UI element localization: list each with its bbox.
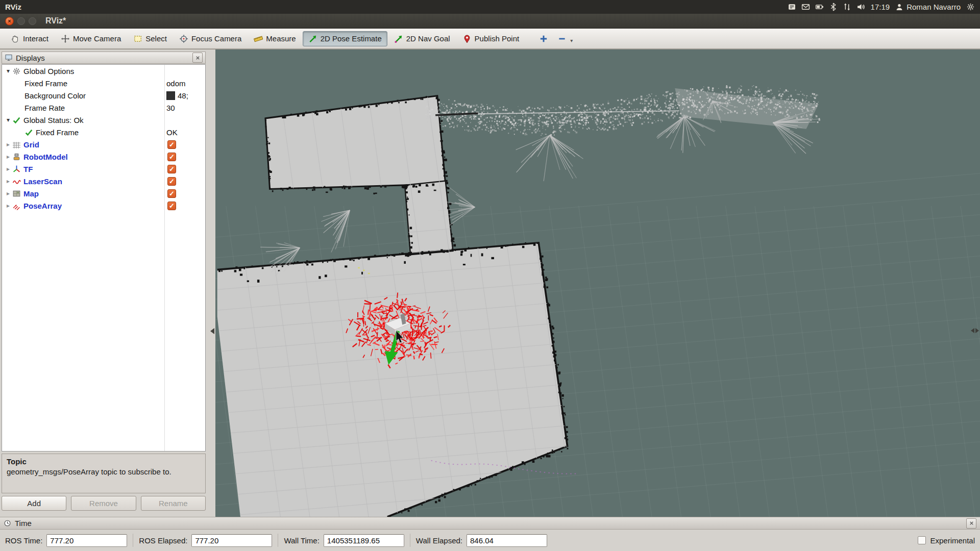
- display-row-map[interactable]: ▸Map✓: [2, 187, 205, 199]
- time-panel-header[interactable]: Time: [0, 517, 980, 530]
- add-tool-button[interactable]: [535, 31, 552, 46]
- tool-interact[interactable]: Interact: [5, 31, 54, 46]
- system-bar: RViz 17:19 Roman Navarro: [0, 0, 980, 14]
- volume-icon[interactable]: [856, 3, 865, 11]
- window-maximize-button[interactable]: [29, 17, 36, 25]
- display-value[interactable]: odom: [166, 77, 204, 89]
- system-clock[interactable]: 17:19: [871, 3, 890, 11]
- tool-label-measure: Measure: [266, 34, 296, 43]
- window-minimize-button[interactable]: [17, 17, 25, 25]
- display-row-posearray[interactable]: ▸PoseArray✓: [2, 199, 205, 212]
- tool-label-publish-point: Publish Point: [475, 34, 520, 43]
- enabled-checkbox[interactable]: ✓: [167, 140, 176, 149]
- display-row-robotmodel[interactable]: ▸RobotModel✓: [2, 151, 205, 163]
- time-field-ros-elapsed: ROS Elapsed:: [139, 534, 272, 547]
- displays-panel-close-button[interactable]: [192, 53, 203, 63]
- expander-icon[interactable]: ▾: [4, 67, 12, 74]
- tool-label-2d-pose-estimate: 2D Pose Estimate: [321, 34, 382, 43]
- ros-time-input[interactable]: [46, 534, 127, 547]
- display-value[interactable]: ✓: [166, 151, 204, 163]
- display-label: PoseArray: [23, 202, 62, 210]
- wall-time-input[interactable]: [324, 534, 404, 547]
- 3d-viewport[interactable]: [215, 49, 980, 517]
- enabled-checkbox[interactable]: ✓: [167, 189, 176, 198]
- dropdown-caret-icon[interactable]: ▾: [570, 38, 573, 43]
- select-icon: [133, 34, 142, 43]
- window-close-button[interactable]: ×: [5, 17, 14, 26]
- expander-icon[interactable]: ▸: [4, 202, 12, 209]
- display-value[interactable]: 48;: [166, 89, 204, 102]
- wall-elapsed-input[interactable]: [467, 534, 547, 547]
- tf-axes-icon: [12, 165, 21, 173]
- display-label: Grid: [23, 140, 39, 149]
- enabled-checkbox[interactable]: ✓: [167, 153, 176, 161]
- tool-label-move-camera: Move Camera: [73, 34, 121, 43]
- tool-2d-nav-goal[interactable]: 2D Nav Goal: [388, 31, 456, 46]
- panel-resize-handle[interactable]: [210, 328, 214, 334]
- display-value[interactable]: OK: [166, 126, 204, 138]
- window-titlebar: × RViz*: [0, 14, 980, 29]
- display-row-grid[interactable]: ▸Grid✓: [2, 138, 205, 151]
- expander-icon[interactable]: ▸: [4, 141, 12, 148]
- tool-focus-camera[interactable]: Focus Camera: [174, 31, 247, 46]
- display-row-fixed-frame[interactable]: Fixed FrameOK: [2, 126, 205, 138]
- field-divider: [133, 534, 133, 547]
- display-row-frame-rate[interactable]: Frame Rate30: [2, 102, 205, 114]
- ros-elapsed-label: ROS Elapsed:: [139, 536, 187, 545]
- bluetooth-icon[interactable]: [829, 3, 838, 11]
- tool-2d-pose-estimate[interactable]: 2D Pose Estimate: [303, 31, 387, 46]
- session-menu[interactable]: Roman Navarro: [895, 3, 961, 11]
- enabled-checkbox[interactable]: ✓: [167, 202, 176, 210]
- expander-icon[interactable]: ▾: [4, 116, 12, 123]
- experimental-checkbox[interactable]: [918, 536, 926, 544]
- expander-icon[interactable]: ▸: [4, 165, 12, 172]
- display-row-fixed-frame[interactable]: Fixed Frameodom: [2, 77, 205, 89]
- display-label: Global Status: Ok: [23, 116, 84, 124]
- property-description-title: Topic: [7, 457, 201, 467]
- network-icon[interactable]: [843, 3, 851, 11]
- tool-move-camera[interactable]: Move Camera: [55, 31, 127, 46]
- display-value[interactable]: ✓: [166, 175, 204, 187]
- displays-panel-header[interactable]: Displays: [2, 52, 206, 64]
- session-gear-icon[interactable]: [966, 3, 975, 11]
- viewport-resize-handle[interactable]: [971, 328, 979, 333]
- display-value[interactable]: ✓: [166, 187, 204, 199]
- display-row-global-options[interactable]: ▾Global Options: [2, 65, 205, 77]
- tool-select[interactable]: Select: [128, 31, 173, 46]
- display-label: TF: [23, 165, 33, 173]
- time-panel-close-button[interactable]: [966, 518, 976, 529]
- display-value[interactable]: ✓: [166, 199, 204, 212]
- battery-icon[interactable]: [815, 3, 824, 11]
- experimental-label: Experimental: [930, 536, 975, 545]
- expander-icon[interactable]: ▸: [4, 190, 12, 197]
- indicator-icon[interactable]: [788, 3, 796, 11]
- enabled-checkbox[interactable]: ✓: [167, 177, 176, 186]
- experimental-toggle[interactable]: Experimental: [918, 536, 975, 545]
- display-value[interactable]: ✓: [166, 163, 204, 175]
- time-panel-title: Time: [15, 519, 32, 528]
- display-row-global-status-ok[interactable]: ▾Global Status: Ok: [2, 114, 205, 126]
- close-icon: [969, 520, 974, 526]
- mail-icon[interactable]: [801, 3, 810, 11]
- remove-tool-button[interactable]: ▾: [553, 31, 577, 46]
- focus-camera-icon: [179, 34, 188, 43]
- time-field-ros-time: ROS Time:: [5, 534, 127, 547]
- system-tray: [788, 3, 865, 11]
- display-row-laserscan[interactable]: ▸LaserScan✓: [2, 175, 205, 187]
- monitor-icon: [5, 54, 13, 62]
- display-row-background-color[interactable]: Background Color48;: [2, 89, 205, 102]
- ros-elapsed-input[interactable]: [191, 534, 272, 547]
- pose-array-icon: [12, 202, 21, 210]
- enabled-checkbox[interactable]: ✓: [167, 165, 176, 173]
- display-value[interactable]: ✓: [166, 138, 204, 151]
- system-app-name: RViz: [5, 3, 21, 11]
- plus-icon: [539, 34, 548, 43]
- tool-publish-point[interactable]: Publish Point: [457, 31, 525, 46]
- add-button[interactable]: Add: [2, 496, 66, 511]
- display-row-tf[interactable]: ▸TF✓: [2, 163, 205, 175]
- rename-button: Rename: [141, 496, 206, 511]
- display-value[interactable]: 30: [166, 102, 204, 114]
- expander-icon[interactable]: ▸: [4, 153, 12, 160]
- tool-measure[interactable]: Measure: [248, 31, 301, 46]
- expander-icon[interactable]: ▸: [4, 178, 12, 185]
